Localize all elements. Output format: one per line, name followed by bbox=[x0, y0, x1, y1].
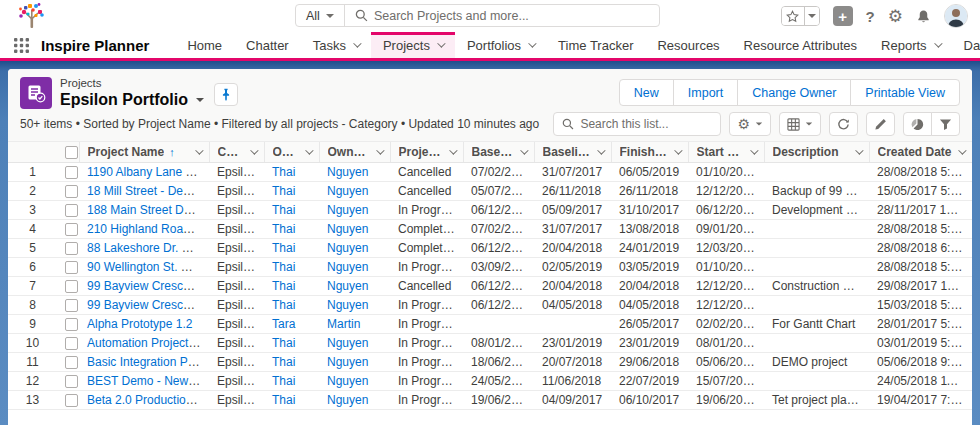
project-name-link[interactable]: Alpha Prototype 1.2 bbox=[87, 317, 192, 331]
owner-first-name-link[interactable]: Thai bbox=[272, 203, 295, 217]
nav-tab-home[interactable]: Home bbox=[175, 32, 234, 58]
row-checkbox[interactable] bbox=[65, 261, 78, 274]
owner-first-name-link[interactable]: Thai bbox=[272, 336, 295, 350]
column-menu-chevron-icon[interactable] bbox=[674, 146, 682, 154]
new-button[interactable]: New bbox=[619, 79, 674, 106]
column-header-created-date[interactable]: Created Date bbox=[869, 142, 972, 163]
column-menu-chevron-icon[interactable] bbox=[750, 146, 758, 154]
owner-first-name-link[interactable]: Thai bbox=[272, 222, 295, 236]
nav-tab-reports[interactable]: Reports bbox=[869, 32, 952, 58]
owner-first-name-link[interactable]: Thai bbox=[272, 298, 295, 312]
change-owner-button[interactable]: Change Owner bbox=[737, 79, 851, 106]
nav-tab-resources[interactable]: Resources bbox=[645, 32, 731, 58]
row-checkbox[interactable] bbox=[65, 318, 78, 331]
global-search-input[interactable] bbox=[374, 9, 659, 23]
project-name-link[interactable]: 18 Mill Street - Demo - Ba... bbox=[87, 184, 209, 198]
header-select-all[interactable] bbox=[57, 142, 79, 163]
nav-tab-chatter[interactable]: Chatter bbox=[234, 32, 301, 58]
owner-first-name-link[interactable]: Thai bbox=[272, 374, 295, 388]
column-menu-chevron-icon[interactable] bbox=[855, 146, 863, 154]
project-name-link[interactable]: 99 Bayview Crescent Con... bbox=[87, 279, 209, 293]
setup-icon[interactable]: ⚙ bbox=[888, 8, 903, 25]
project-name-link[interactable]: 210 Highland Road Devel... bbox=[87, 222, 209, 236]
row-checkbox[interactable] bbox=[65, 394, 78, 407]
owner-last-name-link[interactable]: Nguyen bbox=[327, 260, 368, 274]
owner-first-name-link[interactable]: Thai bbox=[272, 241, 295, 255]
project-name-link[interactable]: 188 Main Street Develop... bbox=[87, 203, 209, 217]
refresh-icon[interactable] bbox=[829, 112, 858, 136]
column-menu-chevron-icon[interactable] bbox=[305, 146, 313, 154]
owner-last-name-link[interactable]: Nguyen bbox=[327, 241, 368, 255]
search-scope-button[interactable]: All bbox=[296, 5, 344, 26]
notifications-icon[interactable] bbox=[916, 9, 931, 24]
pin-icon[interactable] bbox=[214, 83, 238, 106]
project-name-link[interactable]: 99 Bayview Crescent Con... bbox=[87, 298, 209, 312]
owner-last-name-link[interactable]: Nguyen bbox=[327, 374, 368, 388]
owner-last-name-link[interactable]: Nguyen bbox=[327, 165, 368, 179]
nav-tab-dashboards[interactable]: Dashboards bbox=[952, 32, 980, 58]
column-menu-chevron-icon[interactable] bbox=[958, 146, 966, 154]
row-checkbox[interactable] bbox=[65, 242, 78, 255]
project-name-link[interactable]: 88 Lakeshore Dr. Constru... bbox=[87, 241, 209, 255]
project-name-link[interactable]: Beta 2.0 Production Proje... bbox=[87, 393, 209, 407]
owner-last-name-link[interactable]: Nguyen bbox=[327, 298, 368, 312]
nav-tab-tasks[interactable]: Tasks bbox=[301, 32, 371, 58]
column-menu-chevron-icon[interactable] bbox=[520, 146, 528, 154]
column-header-description[interactable]: Description bbox=[764, 142, 869, 163]
row-checkbox[interactable] bbox=[65, 223, 78, 236]
list-view-selector-icon[interactable] bbox=[196, 98, 204, 102]
column-menu-chevron-icon[interactable] bbox=[195, 146, 203, 154]
column-header-owne[interactable]: Owne... bbox=[264, 142, 319, 163]
column-header-finish-date[interactable]: Finish Date bbox=[611, 142, 688, 163]
filter-icon[interactable] bbox=[931, 112, 960, 136]
owner-last-name-link[interactable]: Nguyen bbox=[327, 393, 368, 407]
column-menu-chevron-icon[interactable] bbox=[376, 146, 384, 154]
row-checkbox[interactable] bbox=[65, 299, 78, 312]
import-button[interactable]: Import bbox=[673, 79, 738, 106]
nav-tab-resource-attributes[interactable]: Resource Attributes bbox=[732, 32, 869, 58]
help-icon[interactable]: ? bbox=[866, 9, 875, 24]
column-header-start-date[interactable]: Start Date bbox=[688, 142, 764, 163]
row-checkbox[interactable] bbox=[65, 356, 78, 369]
owner-last-name-link[interactable]: Nguyen bbox=[327, 279, 368, 293]
app-launcher-icon[interactable] bbox=[14, 32, 29, 58]
row-checkbox[interactable] bbox=[65, 185, 78, 198]
owner-first-name-link[interactable]: Tara bbox=[272, 317, 295, 331]
column-header-project-name[interactable]: Project Name↑ bbox=[79, 142, 209, 163]
add-icon[interactable]: + bbox=[833, 6, 853, 26]
column-menu-chevron-icon[interactable] bbox=[449, 146, 457, 154]
owner-last-name-link[interactable]: Nguyen bbox=[327, 336, 368, 350]
nav-tab-time-tracker[interactable]: Time Tracker bbox=[546, 32, 645, 58]
list-settings-icon[interactable]: ⚙ bbox=[729, 112, 771, 136]
owner-first-name-link[interactable]: Thai bbox=[272, 355, 295, 369]
select-all-checkbox[interactable] bbox=[65, 146, 78, 159]
project-name-link[interactable]: BEST Demo - New Project bbox=[87, 374, 209, 388]
owner-last-name-link[interactable]: Nguyen bbox=[327, 184, 368, 198]
owner-first-name-link[interactable]: Thai bbox=[272, 260, 295, 274]
owner-first-name-link[interactable]: Thai bbox=[272, 184, 295, 198]
owner-first-name-link[interactable]: Thai bbox=[272, 393, 295, 407]
owner-last-name-link[interactable]: Martin bbox=[327, 317, 360, 331]
nav-tab-portfolios[interactable]: Portfolios bbox=[455, 32, 546, 58]
owner-last-name-link[interactable]: Nguyen bbox=[327, 222, 368, 236]
owner-first-name-link[interactable]: Thai bbox=[272, 279, 295, 293]
list-search-input[interactable] bbox=[580, 117, 712, 131]
column-header-baseline-st[interactable]: Baseline St... bbox=[463, 142, 534, 163]
favorites-star-icon[interactable] bbox=[782, 7, 804, 25]
owner-last-name-link[interactable]: Nguyen bbox=[327, 203, 368, 217]
project-name-link[interactable]: Automation Project XYZ bbox=[87, 336, 209, 350]
column-header-owner-l[interactable]: Owner L... bbox=[319, 142, 390, 163]
project-name-link[interactable]: 90 Wellington St. Develo... bbox=[87, 260, 209, 274]
charts-icon[interactable] bbox=[903, 112, 932, 136]
column-header-baseline-fi[interactable]: Baseline Fi... bbox=[534, 142, 611, 163]
column-menu-chevron-icon[interactable] bbox=[597, 146, 605, 154]
row-checkbox[interactable] bbox=[65, 337, 78, 350]
column-menu-chevron-icon[interactable] bbox=[250, 146, 258, 154]
nav-tab-projects[interactable]: Projects bbox=[371, 32, 455, 58]
owner-first-name-link[interactable]: Thai bbox=[272, 165, 295, 179]
table-display-icon[interactable] bbox=[779, 112, 821, 136]
inline-edit-icon[interactable] bbox=[866, 112, 895, 136]
list-view-title[interactable]: Epsilon Portfolio bbox=[60, 90, 188, 109]
project-name-link[interactable]: Basic Integration Project bbox=[87, 355, 209, 369]
row-checkbox[interactable] bbox=[65, 375, 78, 388]
